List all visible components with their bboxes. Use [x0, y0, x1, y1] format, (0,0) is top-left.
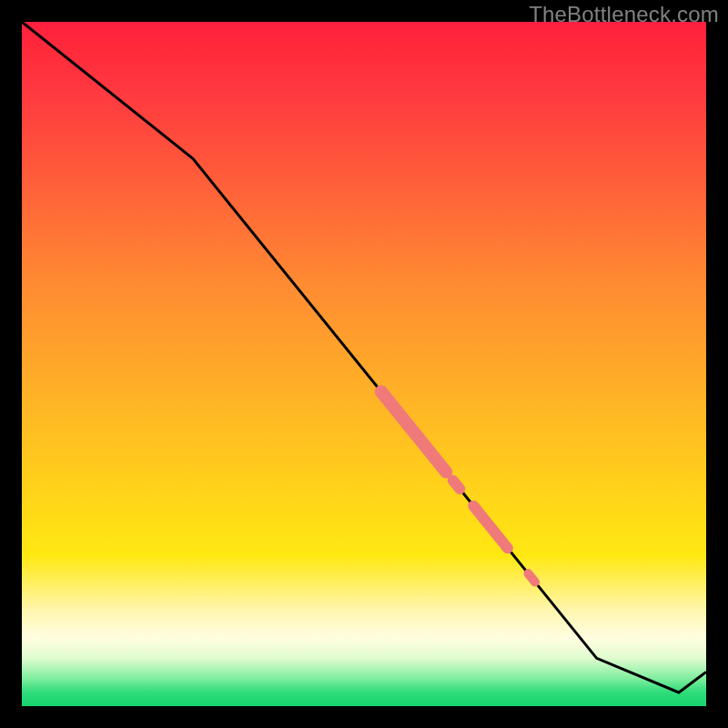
- chart-stage: TheBottleneck.com: [0, 0, 728, 728]
- highlight-segment: [381, 391, 446, 471]
- line-overlay: [22, 22, 706, 706]
- watermark-text: TheBottleneck.com: [529, 2, 719, 27]
- main-curve: [22, 22, 706, 693]
- highlight-segment: [528, 573, 535, 581]
- highlight-segment: [473, 506, 508, 549]
- highlight-segment: [453, 480, 460, 489]
- plot-area: [22, 22, 706, 706]
